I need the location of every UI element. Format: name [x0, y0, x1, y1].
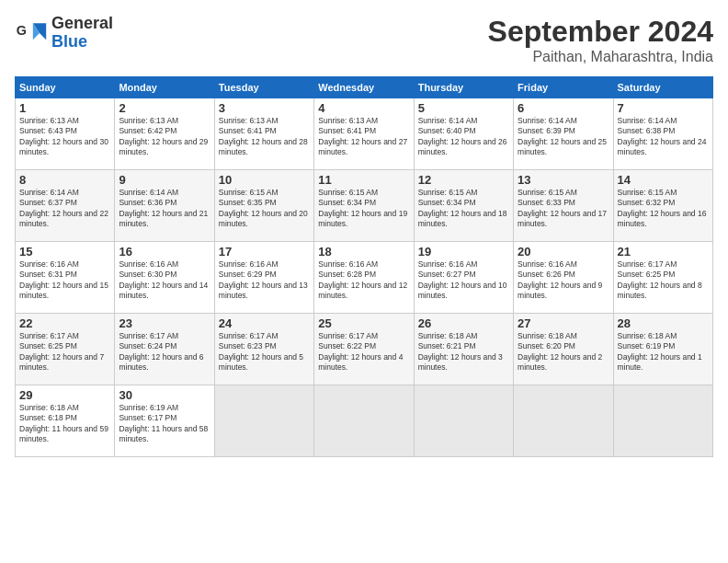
col-thursday: Thursday — [414, 77, 513, 98]
day-detail: Sunrise: 6:13 AM Sunset: 6:41 PM Dayligh… — [318, 116, 409, 158]
day-number: 21 — [618, 245, 709, 259]
day-detail: Sunrise: 6:15 AM Sunset: 6:33 PM Dayligh… — [518, 188, 609, 230]
day-number: 30 — [119, 388, 210, 402]
col-friday: Friday — [514, 77, 613, 98]
day-number: 11 — [318, 173, 409, 187]
calendar-cell: 6 Sunrise: 6:14 AM Sunset: 6:39 PM Dayli… — [514, 98, 613, 170]
month-title: September 2024 — [488, 15, 713, 49]
day-detail: Sunrise: 6:15 AM Sunset: 6:35 PM Dayligh… — [219, 188, 310, 230]
day-detail: Sunrise: 6:13 AM Sunset: 6:43 PM Dayligh… — [19, 116, 110, 158]
calendar-cell: 25 Sunrise: 6:17 AM Sunset: 6:22 PM Dayl… — [314, 314, 414, 385]
day-detail: Sunrise: 6:15 AM Sunset: 6:32 PM Dayligh… — [618, 188, 709, 230]
calendar-cell: 30 Sunrise: 6:19 AM Sunset: 6:17 PM Dayl… — [115, 385, 214, 457]
day-detail: Sunrise: 6:16 AM Sunset: 6:26 PM Dayligh… — [518, 259, 609, 302]
svg-text:G: G — [17, 23, 27, 38]
day-detail: Sunrise: 6:16 AM Sunset: 6:31 PM Dayligh… — [19, 259, 110, 302]
header-row: Sunday Monday Tuesday Wednesday Thursday… — [16, 77, 713, 98]
calendar-cell: 18 Sunrise: 6:16 AM Sunset: 6:28 PM Dayl… — [314, 242, 414, 314]
calendar-cell: 29 Sunrise: 6:18 AM Sunset: 6:18 PM Dayl… — [16, 385, 115, 457]
col-monday: Monday — [115, 77, 214, 98]
calendar-cell: 21 Sunrise: 6:17 AM Sunset: 6:25 PM Dayl… — [613, 242, 712, 314]
calendar-table: Sunday Monday Tuesday Wednesday Thursday… — [15, 76, 713, 457]
day-number: 15 — [19, 245, 110, 259]
day-number: 5 — [418, 101, 509, 115]
day-detail: Sunrise: 6:14 AM Sunset: 6:38 PM Dayligh… — [618, 116, 709, 158]
day-number: 24 — [219, 316, 310, 330]
day-number: 4 — [318, 101, 409, 115]
day-number: 12 — [418, 173, 509, 187]
calendar-cell: 22 Sunrise: 6:17 AM Sunset: 6:25 PM Dayl… — [16, 314, 115, 385]
day-number: 10 — [219, 173, 310, 187]
day-detail: Sunrise: 6:14 AM Sunset: 6:37 PM Dayligh… — [19, 188, 110, 230]
day-number: 2 — [119, 101, 210, 115]
calendar-cell — [314, 385, 414, 457]
calendar-cell: 3 Sunrise: 6:13 AM Sunset: 6:41 PM Dayli… — [214, 98, 313, 170]
day-detail: Sunrise: 6:16 AM Sunset: 6:29 PM Dayligh… — [219, 259, 310, 302]
day-number: 23 — [119, 316, 210, 330]
calendar-cell — [613, 385, 712, 457]
day-detail: Sunrise: 6:15 AM Sunset: 6:34 PM Dayligh… — [418, 188, 509, 230]
logo: G GeneralBlue — [15, 15, 113, 52]
day-number: 7 — [618, 101, 709, 115]
calendar-cell: 19 Sunrise: 6:16 AM Sunset: 6:27 PM Dayl… — [414, 242, 513, 314]
day-number: 19 — [418, 245, 509, 259]
day-detail: Sunrise: 6:17 AM Sunset: 6:25 PM Dayligh… — [618, 259, 709, 302]
calendar-cell: 15 Sunrise: 6:16 AM Sunset: 6:31 PM Dayl… — [16, 242, 115, 314]
calendar-cell: 8 Sunrise: 6:14 AM Sunset: 6:37 PM Dayli… — [16, 170, 115, 242]
day-detail: Sunrise: 6:18 AM Sunset: 6:19 PM Dayligh… — [618, 331, 709, 373]
day-number: 1 — [19, 101, 110, 115]
calendar-cell: 11 Sunrise: 6:15 AM Sunset: 6:34 PM Dayl… — [314, 170, 414, 242]
day-detail: Sunrise: 6:17 AM Sunset: 6:24 PM Dayligh… — [119, 331, 210, 373]
calendar-cell: 13 Sunrise: 6:15 AM Sunset: 6:33 PM Dayl… — [514, 170, 613, 242]
calendar-week-row: 15 Sunrise: 6:16 AM Sunset: 6:31 PM Dayl… — [16, 242, 713, 314]
calendar-cell: 24 Sunrise: 6:17 AM Sunset: 6:23 PM Dayl… — [214, 314, 313, 385]
title-block: September 2024 Paithan, Maharashtra, Ind… — [488, 15, 713, 65]
calendar-cell: 26 Sunrise: 6:18 AM Sunset: 6:21 PM Dayl… — [414, 314, 513, 385]
calendar-cell: 14 Sunrise: 6:15 AM Sunset: 6:32 PM Dayl… — [613, 170, 712, 242]
calendar-cell: 27 Sunrise: 6:18 AM Sunset: 6:20 PM Dayl… — [514, 314, 613, 385]
day-detail: Sunrise: 6:17 AM Sunset: 6:25 PM Dayligh… — [19, 331, 110, 373]
day-number: 16 — [119, 245, 210, 259]
calendar-cell — [214, 385, 313, 457]
day-detail: Sunrise: 6:16 AM Sunset: 6:30 PM Dayligh… — [119, 259, 210, 302]
day-number: 13 — [518, 173, 609, 187]
day-detail: Sunrise: 6:17 AM Sunset: 6:22 PM Dayligh… — [318, 331, 409, 373]
day-detail: Sunrise: 6:17 AM Sunset: 6:23 PM Dayligh… — [219, 331, 310, 373]
day-detail: Sunrise: 6:16 AM Sunset: 6:28 PM Dayligh… — [318, 259, 409, 302]
day-detail: Sunrise: 6:14 AM Sunset: 6:40 PM Dayligh… — [418, 116, 509, 158]
day-detail: Sunrise: 6:14 AM Sunset: 6:36 PM Dayligh… — [119, 188, 210, 230]
day-detail: Sunrise: 6:18 AM Sunset: 6:20 PM Dayligh… — [518, 331, 609, 373]
calendar-cell: 23 Sunrise: 6:17 AM Sunset: 6:24 PM Dayl… — [115, 314, 214, 385]
logo-text: GeneralBlue — [51, 15, 113, 52]
day-number: 26 — [418, 316, 509, 330]
calendar-cell: 10 Sunrise: 6:15 AM Sunset: 6:35 PM Dayl… — [214, 170, 313, 242]
day-number: 18 — [318, 245, 409, 259]
day-number: 14 — [618, 173, 709, 187]
day-number: 29 — [19, 388, 110, 402]
calendar-cell: 5 Sunrise: 6:14 AM Sunset: 6:40 PM Dayli… — [414, 98, 513, 170]
calendar-week-row: 29 Sunrise: 6:18 AM Sunset: 6:18 PM Dayl… — [16, 385, 713, 457]
day-detail: Sunrise: 6:18 AM Sunset: 6:18 PM Dayligh… — [19, 403, 110, 445]
subtitle: Paithan, Maharashtra, India — [488, 49, 713, 65]
calendar-cell — [414, 385, 513, 457]
col-wednesday: Wednesday — [314, 77, 414, 98]
day-detail: Sunrise: 6:18 AM Sunset: 6:21 PM Dayligh… — [418, 331, 509, 373]
day-detail: Sunrise: 6:13 AM Sunset: 6:41 PM Dayligh… — [219, 116, 310, 158]
day-number: 17 — [219, 245, 310, 259]
col-tuesday: Tuesday — [214, 77, 313, 98]
logo-icon: G — [15, 17, 48, 50]
calendar-week-row: 22 Sunrise: 6:17 AM Sunset: 6:25 PM Dayl… — [16, 314, 713, 385]
calendar-container: G GeneralBlue September 2024 Paithan, Ma… — [0, 0, 728, 563]
day-detail: Sunrise: 6:14 AM Sunset: 6:39 PM Dayligh… — [518, 116, 609, 158]
col-saturday: Saturday — [613, 77, 712, 98]
calendar-cell: 7 Sunrise: 6:14 AM Sunset: 6:38 PM Dayli… — [613, 98, 712, 170]
day-detail: Sunrise: 6:19 AM Sunset: 6:17 PM Dayligh… — [119, 403, 210, 445]
calendar-cell: 2 Sunrise: 6:13 AM Sunset: 6:42 PM Dayli… — [115, 98, 214, 170]
calendar-cell — [514, 385, 613, 457]
calendar-cell: 20 Sunrise: 6:16 AM Sunset: 6:26 PM Dayl… — [514, 242, 613, 314]
header: G GeneralBlue September 2024 Paithan, Ma… — [15, 15, 713, 65]
calendar-cell: 9 Sunrise: 6:14 AM Sunset: 6:36 PM Dayli… — [115, 170, 214, 242]
day-number: 22 — [19, 316, 110, 330]
day-number: 27 — [518, 316, 609, 330]
day-number: 25 — [318, 316, 409, 330]
